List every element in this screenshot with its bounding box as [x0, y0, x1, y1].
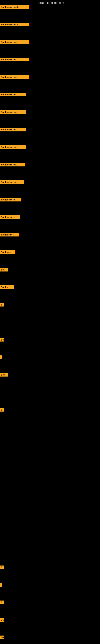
bottleneck-result-bar: Bottleneck resu	[0, 145, 26, 149]
bottleneck-result-bar: Bot	[0, 268, 8, 272]
bottleneck-result-bar: Bottleneck resu	[0, 163, 25, 166]
bottleneck-result-bar: |	[0, 583, 1, 587]
bar-row: B	[0, 408, 100, 412]
bar-row: Bottleneck resu	[0, 128, 100, 132]
bar-row: |	[0, 356, 100, 359]
bottleneck-result-bar: Bott	[0, 373, 8, 376]
bottleneck-result-bar: Bottleneck resu	[0, 75, 29, 79]
bar-row: Bo	[0, 618, 100, 622]
bar-row: Bottleneck resu	[0, 110, 100, 114]
bar-row: Bottlen	[0, 285, 100, 289]
bar-row: Bottleneck re	[0, 198, 100, 202]
bottleneck-result-bar: Bottlenec	[0, 250, 15, 254]
bar-row: Bott	[0, 373, 100, 376]
bar-row: Bottleneck re	[0, 215, 100, 219]
bar-row: Bot	[0, 268, 100, 272]
bottleneck-result-bar: B	[0, 303, 3, 306]
bottleneck-result-bar: Bottleneck resu	[0, 93, 26, 96]
bottleneck-result-bar: Bo	[0, 618, 4, 622]
bar-row: Bottleneck resu	[0, 40, 100, 44]
bottleneck-result-bar: Bottleneck resu	[0, 58, 29, 62]
bottleneck-result-bar: Bottleneck result	[0, 23, 29, 26]
bar-row: B	[0, 600, 100, 604]
bar-row: B	[0, 303, 100, 306]
bottleneck-result-bar: B	[0, 566, 3, 569]
bar-row: B	[0, 566, 100, 569]
bottleneck-result-bar: |	[0, 356, 1, 359]
bottleneck-result-bar: Bottleneck re	[0, 215, 20, 219]
bar-row: Bottleneck resu	[0, 75, 100, 79]
bottleneck-result-bar: Bottleneck resu	[0, 180, 24, 184]
bottleneck-result-bar: Bottleneck re	[0, 198, 21, 202]
bottleneck-result-bar: Bo	[0, 338, 4, 342]
bar-row: Bottleneck resu	[0, 93, 100, 96]
bottleneck-result-bar: Bo	[0, 636, 4, 639]
bar-row: Bottleneck result	[0, 23, 100, 26]
bar-row: Bottlenec	[0, 250, 100, 254]
bar-row: Bo	[0, 338, 100, 342]
bar-row: Bottleneck r	[0, 233, 100, 236]
bottleneck-result-bar: Bottleneck result	[0, 5, 29, 9]
bar-row: Bottleneck resu	[0, 163, 100, 166]
bottleneck-result-bar: Bottleneck resu	[0, 110, 26, 114]
bottleneck-result-bar: Bottleneck r	[0, 233, 19, 236]
bar-row: Bo	[0, 636, 100, 639]
bottleneck-result-bar: B	[0, 408, 3, 412]
bar-row: Bottleneck resu	[0, 58, 100, 62]
bar-row: Bottleneck resu	[0, 145, 100, 149]
bottleneck-result-bar: Bottleneck resu	[0, 40, 29, 44]
bar-row: Bottleneck resu	[0, 180, 100, 184]
bottleneck-result-bar: Bottleneck resu	[0, 128, 26, 132]
bottleneck-result-bar: Bottlen	[0, 285, 14, 289]
bar-row: Bottleneck result	[0, 5, 100, 9]
site-title: TheBottlenecker.com	[0, 0, 100, 5]
bottleneck-result-bar: B	[0, 600, 3, 604]
bar-row: |	[0, 583, 100, 587]
